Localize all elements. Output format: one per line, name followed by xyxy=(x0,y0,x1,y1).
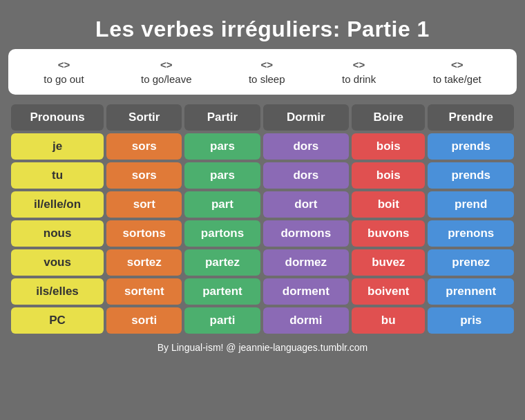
table-cell: boivent xyxy=(352,278,425,305)
table-cell: sorti xyxy=(106,307,182,334)
table-cell: part xyxy=(184,191,260,218)
table-cell: prends xyxy=(428,133,514,160)
table-cell: dormez xyxy=(263,249,349,276)
verb-intro-item: <>to take/get xyxy=(433,59,481,85)
table-cell: prennent xyxy=(428,278,514,305)
table-cell: parti xyxy=(184,307,260,334)
verb-name: <> xyxy=(433,59,481,70)
verb-intro-item: <>to drink xyxy=(342,59,376,85)
table-cell: vous xyxy=(11,249,104,276)
table-header-row: PronounsSortirPartirDormirBoirePrendre xyxy=(11,104,514,131)
verb-intro-item: <>to go/leave xyxy=(141,59,191,85)
page-title: Les verbes irréguliers: Partie 1 xyxy=(8,17,517,42)
table-header-cell: Sortir xyxy=(106,104,182,131)
table-header-cell: Prendre xyxy=(428,104,514,131)
table-cell: prenons xyxy=(428,220,514,247)
table-row: PCsortipartidormibupris xyxy=(11,307,514,334)
table-cell: sors xyxy=(106,133,182,160)
table-cell: sors xyxy=(106,162,182,189)
table-row: noussortonspartonsdormonsbuvonsprenons xyxy=(11,220,514,247)
table-cell: dormi xyxy=(263,307,349,334)
table-header-cell: Partir xyxy=(184,104,260,131)
table-cell: dors xyxy=(263,162,349,189)
table-cell: partent xyxy=(184,278,260,305)
table-cell: bois xyxy=(352,162,425,189)
table-cell: nous xyxy=(11,220,104,247)
verb-meaning: to drink xyxy=(342,73,376,85)
table-row: il/elle/onsortpartdortboitprend xyxy=(11,191,514,218)
table-cell: dors xyxy=(263,133,349,160)
table-cell: boit xyxy=(352,191,425,218)
table-cell: prend xyxy=(428,191,514,218)
table-cell: tu xyxy=(11,162,104,189)
title-bar: Les verbes irréguliers: Partie 1 xyxy=(8,8,517,49)
table-header-cell: Dormir xyxy=(263,104,349,131)
table-cell: prenez xyxy=(428,249,514,276)
table-cell: sortez xyxy=(106,249,182,276)
table-header-cell: Pronouns xyxy=(11,104,104,131)
table-cell: buvons xyxy=(352,220,425,247)
conjugation-table: PronounsSortirPartirDormirBoirePrendre j… xyxy=(8,102,517,336)
table-cell: partez xyxy=(184,249,260,276)
table-row: tusorsparsdorsboisprends xyxy=(11,162,514,189)
table-cell: bois xyxy=(352,133,425,160)
table-row: ils/ellessortentpartentdormentboiventpre… xyxy=(11,278,514,305)
table-cell: sortons xyxy=(106,220,182,247)
verb-meaning: to go/leave xyxy=(141,73,191,85)
table-cell: dorment xyxy=(263,278,349,305)
table-cell: dort xyxy=(263,191,349,218)
table-cell: il/elle/on xyxy=(11,191,104,218)
verb-intro-item: <>to go out xyxy=(44,59,84,85)
table-cell: je xyxy=(11,133,104,160)
table-row: jesorsparsdorsboisprends xyxy=(11,133,514,160)
table-cell: dormons xyxy=(263,220,349,247)
verb-meaning: to sleep xyxy=(249,73,285,85)
table-row: voussortezpartezdormezbuvezprenez xyxy=(11,249,514,276)
table-cell: prends xyxy=(428,162,514,189)
verb-name: <> xyxy=(44,59,84,70)
table-cell: ils/elles xyxy=(11,278,104,305)
footer: By Lingual-ism! @ jeannie-languages.tumb… xyxy=(158,342,368,353)
table-cell: PC xyxy=(11,307,104,334)
table-cell: pris xyxy=(428,307,514,334)
table-cell: bu xyxy=(352,307,425,334)
table-body: jesorsparsdorsboisprendstusorsparsdorsbo… xyxy=(11,133,514,334)
table-header-cell: Boire xyxy=(352,104,425,131)
table-cell: partons xyxy=(184,220,260,247)
verb-intro-item: <>to sleep xyxy=(249,59,285,85)
verb-intro-box: <>to go out<>to go/leave<>to sleep<>to d… xyxy=(8,49,517,95)
verb-name: <> xyxy=(342,59,376,70)
verb-meaning: to go out xyxy=(44,73,84,85)
table-cell: pars xyxy=(184,162,260,189)
verb-meaning: to take/get xyxy=(433,73,481,85)
verb-name: <> xyxy=(249,59,285,70)
table-cell: pars xyxy=(184,133,260,160)
verb-name: <> xyxy=(141,59,191,70)
table-cell: sort xyxy=(106,191,182,218)
table-cell: buvez xyxy=(352,249,425,276)
table-cell: sortent xyxy=(106,278,182,305)
